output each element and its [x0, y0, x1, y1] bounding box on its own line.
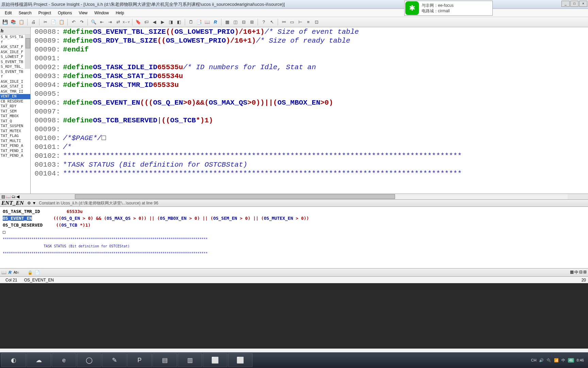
- context-body[interactable]: OS_TASK_TMR_ID 65533uOS_EVENT_EN (((OS_Q…: [0, 207, 588, 268]
- code-editor[interactable]: 00088: #define OS_EVENT_TBL_SIZE ((OS_LO…: [31, 27, 588, 194]
- symbol-item[interactable]: TAT_SUSPEN: [0, 124, 30, 129]
- close-button[interactable]: ×: [579, 1, 587, 7]
- code-line[interactable]: 00098: #define OS_TCB_RESERVED| ((OS_TCB…: [34, 116, 588, 125]
- taskbar-app-8[interactable]: ⬜: [203, 353, 227, 367]
- sym1-icon[interactable]: 🗒: [187, 18, 195, 26]
- code-line[interactable]: 00104: *********************************…: [34, 169, 588, 178]
- find-next-icon[interactable]: ⇥: [106, 18, 114, 26]
- code-line[interactable]: 00091:: [34, 54, 588, 63]
- symbol-item[interactable]: f: [0, 74, 30, 79]
- symbol-item[interactable]: S_EVENT_TB: [0, 70, 30, 75]
- bookmark2-icon[interactable]: 🏷: [143, 18, 150, 26]
- hscroll-thumb[interactable]: [75, 194, 395, 199]
- panel2-icon[interactable]: ◫: [232, 18, 239, 26]
- code-line[interactable]: 00101: /*: [34, 142, 588, 151]
- save-all-icon[interactable]: 📚: [10, 18, 17, 26]
- code-line[interactable]: 00090: #endif: [34, 45, 588, 54]
- box-icon[interactable]: ▭: [288, 18, 296, 26]
- layout3-icon[interactable]: ⊟: [579, 270, 583, 275]
- minimize-button[interactable]: _: [561, 1, 570, 7]
- taskbar-app-9[interactable]: ⬜: [228, 353, 252, 367]
- book2-icon[interactable]: 📖: [6, 194, 11, 199]
- link-icon[interactable]: ⚯: [280, 18, 288, 26]
- tab-icon[interactable]: 🗂: [12, 194, 16, 199]
- code-line[interactable]: 00093: #define OS_TASK_STAT_ID 65534u: [34, 72, 588, 80]
- symbol-item[interactable]: TAT_PEND_A: [0, 143, 30, 149]
- symbol-item[interactable]: TAT_Q: [0, 119, 30, 124]
- taskbar-app-2[interactable]: e: [52, 353, 76, 367]
- copy-icon[interactable]: 📋: [18, 18, 25, 26]
- back-icon[interactable]: ◀: [151, 18, 158, 26]
- bookmark-icon[interactable]: 🔖: [134, 18, 142, 26]
- symbol-item[interactable]: ASK_STAT_I: [0, 84, 30, 89]
- pointer-icon[interactable]: ↖: [268, 18, 276, 26]
- relation-icon[interactable]: R: [212, 18, 219, 26]
- symbol-list[interactable]: S_N_SYS_TAfASK_STAT_FASK_IDLE_FS_LOWEST_…: [0, 35, 30, 194]
- panel4-icon[interactable]: ⊞: [248, 18, 256, 26]
- taskbar-app-0[interactable]: ◐: [1, 353, 26, 367]
- taskbar[interactable]: ◐☁e◯✎P▤▥⬜⬜CH🔊🔌📶中468:46: [0, 352, 588, 368]
- symbol-item[interactable]: TAT_MULTI: [0, 139, 30, 144]
- context-line[interactable]: OS_TCB_RESERVED ((OS_TCB *)1): [3, 222, 585, 229]
- find-prev-icon[interactable]: ⇤: [98, 18, 105, 26]
- symbol-item[interactable]: TAT_SEM: [0, 109, 30, 114]
- symbol-item[interactable]: ASK_IDLE_I: [0, 79, 30, 85]
- code-line[interactable]: 00089: #define OS_RDY_TBL_SIZE ((OS_LOWE…: [34, 36, 588, 45]
- help-icon[interactable]: ?: [260, 18, 267, 26]
- tree-icon[interactable]: ⊢: [296, 18, 304, 26]
- context-line[interactable]: ****************************************…: [3, 250, 585, 257]
- wechat-notification[interactable]: ✱ 与非网：ee-focus 电路城：cirmall: [404, 1, 493, 16]
- code-line[interactable]: 00102: *********************************…: [34, 151, 588, 160]
- menu-window[interactable]: Window: [91, 10, 112, 16]
- layout1-icon[interactable]: ▦: [570, 270, 574, 275]
- code-line[interactable]: 00092: #define OS_TASK_IDLE_ID 65535u /*…: [34, 63, 588, 72]
- lock-icon[interactable]: 🔒: [28, 270, 33, 275]
- save-icon[interactable]: 💾: [1, 18, 9, 26]
- symbol-item[interactable]: TAT_PEND_I: [0, 149, 30, 154]
- sidebar-scrollbar[interactable]: [25, 35, 30, 69]
- symbol-item[interactable]: TAT_MUTEX: [0, 129, 30, 134]
- menu-view[interactable]: View: [75, 10, 91, 16]
- system-tray[interactable]: CH🔊🔌📶中468:46: [531, 358, 587, 363]
- replace-icon[interactable]: ⇄: [114, 18, 122, 26]
- context-line[interactable]: OS_EVENT_EN (((OS_Q_EN > 0) && (OS_MAX_Q…: [3, 215, 585, 222]
- context-line[interactable]: TASK STATUS (Bit definition for OSTCESta…: [3, 243, 585, 250]
- code-line[interactable]: 00094: #define OS_TASK_TMR_ID 65533u: [34, 80, 588, 89]
- horizontal-scrollbar[interactable]: ▤ 📖 🗂 ◀: [0, 194, 588, 199]
- cut-icon[interactable]: ✂: [42, 18, 49, 26]
- symbol-item[interactable]: TAT_RDY: [0, 104, 30, 109]
- menu-edit[interactable]: Edit: [1, 10, 15, 16]
- taskbar-app-3[interactable]: ◯: [77, 353, 101, 367]
- book3-icon[interactable]: 📖: [1, 270, 6, 275]
- code-line[interactable]: 00096: #define OS_EVENT_EN (((OS_Q_EN > …: [34, 98, 588, 107]
- ab-icon[interactable]: Ab↕: [14, 271, 19, 274]
- symbol-item[interactable]: CB_RESERVE: [0, 99, 30, 104]
- redo-icon[interactable]: ↷: [78, 18, 85, 26]
- layout2-icon[interactable]: 中: [574, 270, 578, 275]
- code-line[interactable]: 00088: #define OS_EVENT_TBL_SIZE ((OS_LO…: [34, 27, 588, 36]
- menu-help[interactable]: Help: [112, 10, 128, 16]
- menu-project[interactable]: Project: [35, 10, 54, 16]
- find-icon[interactable]: 🔍: [90, 18, 97, 26]
- taskbar-app-1[interactable]: ☁: [27, 353, 51, 367]
- context-line[interactable]: □: [3, 229, 585, 235]
- doc-icon[interactable]: 📄: [35, 270, 40, 275]
- code-line[interactable]: 00100: /*$PAGE*/□: [34, 134, 588, 142]
- xy-icon[interactable]: X↔Y: [122, 18, 130, 26]
- symbol-item[interactable]: TAT_PEND_A: [0, 153, 30, 158]
- menu-search[interactable]: Search: [15, 10, 35, 16]
- panel3-icon[interactable]: ⊟: [240, 18, 247, 26]
- symbol-item[interactable]: TAT_MBOX: [0, 114, 30, 119]
- menu-options[interactable]: Options: [54, 10, 75, 16]
- panel1-icon[interactable]: ▦: [224, 18, 231, 26]
- undo-icon[interactable]: ↶: [70, 18, 77, 26]
- print-icon[interactable]: 🖨: [30, 18, 37, 26]
- arrow-left-icon[interactable]: ◀: [16, 194, 19, 199]
- view-icon[interactable]: ▤: [1, 194, 5, 199]
- code-line[interactable]: 00097:: [34, 107, 588, 116]
- forward-icon[interactable]: ▶: [159, 18, 166, 26]
- code-line[interactable]: 00099:: [34, 125, 588, 134]
- window-icon[interactable]: ⊡: [313, 18, 320, 26]
- taskbar-app-7[interactable]: ▥: [178, 353, 202, 367]
- context-line[interactable]: OS_TASK_TMR_ID 65533u: [3, 208, 585, 215]
